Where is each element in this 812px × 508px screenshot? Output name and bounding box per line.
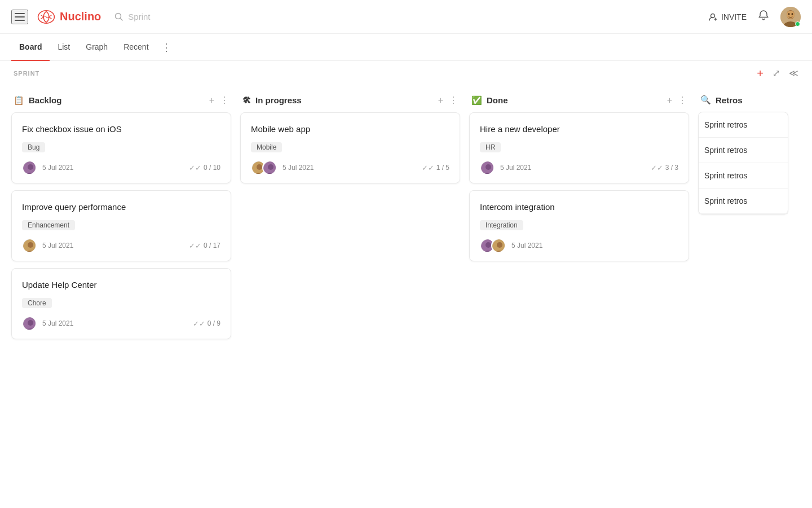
avatar xyxy=(22,238,37,253)
done-add-button[interactable]: + xyxy=(667,95,672,106)
sprint-actions: + ⤢ ≪ xyxy=(757,68,798,79)
card-title: Update Help Center xyxy=(22,279,220,291)
card-checklist: ✓✓ 0 / 9 xyxy=(193,319,220,328)
header: Nuclino Sprint INVITE xyxy=(0,0,812,34)
list-item[interactable]: Sprint retros xyxy=(699,163,788,189)
card-avatars xyxy=(22,238,33,253)
add-sprint-button[interactable]: + xyxy=(757,68,764,79)
card-tag: Bug xyxy=(22,142,45,152)
sprint-bar: SPRINT + ⤢ ≪ xyxy=(0,61,812,86)
tab-graph[interactable]: Graph xyxy=(78,34,116,61)
backlog-emoji: 📋 xyxy=(14,95,24,106)
card-date: 5 Jul 2021 xyxy=(283,164,314,172)
collapse-button[interactable]: ≪ xyxy=(789,69,798,78)
card-title: Hire a new developer xyxy=(480,123,678,135)
card-tag: Mobile xyxy=(251,142,282,152)
search-bar[interactable]: Sprint xyxy=(114,12,150,21)
card-tag: HR xyxy=(480,142,501,152)
card-update-help[interactable]: Update Help Center Chore 5 Jul 2021 ✓✓ 0… xyxy=(11,268,231,339)
card-fix-checkbox[interactable]: Fix checkbox issue on iOS Bug 5 Jul 2021… xyxy=(11,112,231,183)
card-avatars xyxy=(251,160,273,175)
bell-button[interactable] xyxy=(758,10,769,24)
card-checklist: ✓✓ 1 / 5 xyxy=(422,164,449,172)
svg-point-31 xyxy=(486,242,491,248)
header-right: INVITE xyxy=(709,7,801,27)
column-inprogress: 🛠 In progress + ⋮ Mobile web app Mobile xyxy=(240,86,460,506)
avatar xyxy=(262,160,277,175)
search-icon xyxy=(114,12,123,21)
inprogress-emoji: 🛠 xyxy=(242,95,251,105)
inprogress-title: In progress xyxy=(255,95,302,105)
svg-line-2 xyxy=(121,18,123,20)
card-checklist: ✓✓ 0 / 10 xyxy=(189,164,220,172)
retros-title: Retros xyxy=(716,95,743,105)
invite-label: INVITE xyxy=(721,12,747,21)
card-date: 5 Jul 2021 xyxy=(42,242,73,249)
card-title: Mobile web app xyxy=(251,123,449,135)
card-avatars xyxy=(480,160,491,175)
card-avatars xyxy=(22,316,33,331)
column-done-header: ✅ Done + ⋮ xyxy=(469,90,689,112)
more-tabs-button[interactable]: ⋮ xyxy=(157,34,176,61)
card-mobile-web[interactable]: Mobile web app Mobile 5 Jul 2021 ✓✓ xyxy=(240,112,460,183)
card-date: 5 Jul 2021 xyxy=(500,164,531,172)
svg-point-10 xyxy=(788,13,790,15)
avatar xyxy=(491,238,506,253)
logo[interactable]: Nuclino xyxy=(37,8,101,26)
tab-board[interactable]: Board xyxy=(11,34,50,61)
svg-point-16 xyxy=(28,242,33,248)
card-title: Intercom integration xyxy=(480,201,678,213)
svg-point-25 xyxy=(268,164,273,170)
card-title: Improve query performance xyxy=(22,201,220,213)
online-indicator xyxy=(795,21,800,27)
backlog-more-button[interactable]: ⋮ xyxy=(220,95,229,106)
svg-point-19 xyxy=(28,320,33,326)
column-backlog-header: 📋 Backlog + ⋮ xyxy=(11,90,231,112)
logo-text: Nuclino xyxy=(60,10,101,23)
avatar xyxy=(22,316,37,331)
svg-point-22 xyxy=(257,164,262,170)
done-title: Done xyxy=(487,95,508,105)
bell-icon xyxy=(758,10,769,21)
inprogress-add-button[interactable]: + xyxy=(438,95,443,106)
backlog-add-button[interactable]: + xyxy=(209,95,214,106)
tab-list[interactable]: List xyxy=(50,34,78,61)
card-date: 5 Jul 2021 xyxy=(511,242,542,249)
svg-point-28 xyxy=(486,164,491,170)
user-avatar[interactable] xyxy=(780,7,801,27)
sprint-label: SPRINT xyxy=(14,70,39,77)
column-done: ✅ Done + ⋮ Hire a new developer HR 5 J xyxy=(469,86,689,506)
invite-button[interactable]: INVITE xyxy=(709,12,747,21)
card-avatars xyxy=(480,238,502,253)
column-retros: 🔍 Retros Sprint retros Sprint retros Spr… xyxy=(698,86,788,506)
board-area: 📋 Backlog + ⋮ Fix checkbox issue on iOS … xyxy=(0,86,812,506)
card-tag: Integration xyxy=(480,220,523,230)
column-backlog: 📋 Backlog + ⋮ Fix checkbox issue on iOS … xyxy=(11,86,231,506)
list-item[interactable]: Sprint retros xyxy=(699,112,788,138)
list-item[interactable]: Sprint retros xyxy=(699,189,788,214)
card-checklist: ✓✓ 0 / 17 xyxy=(189,242,220,250)
tab-recent[interactable]: Recent xyxy=(116,34,156,61)
card-avatars xyxy=(22,160,33,175)
card-date: 5 Jul 2021 xyxy=(42,164,73,172)
card-title: Fix checkbox issue on iOS xyxy=(22,123,220,135)
retros-list: Sprint retros Sprint retros Sprint retro… xyxy=(698,112,788,214)
card-improve-query[interactable]: Improve query performance Enhancement 5 … xyxy=(11,190,231,261)
tabs-bar: Board List Graph Recent ⋮ xyxy=(0,34,812,61)
backlog-title: Backlog xyxy=(29,95,61,105)
card-intercom[interactable]: Intercom integration Integration 5 Jul 2… xyxy=(469,190,689,261)
done-more-button[interactable]: ⋮ xyxy=(678,95,687,106)
svg-point-34 xyxy=(497,242,502,248)
card-tag: Chore xyxy=(22,298,52,308)
retros-emoji: 🔍 xyxy=(700,95,711,105)
expand-button[interactable]: ⤢ xyxy=(773,69,780,78)
column-retros-header: 🔍 Retros xyxy=(698,90,788,112)
inprogress-more-button[interactable]: ⋮ xyxy=(449,95,458,106)
list-item[interactable]: Sprint retros xyxy=(699,138,788,163)
avatar xyxy=(480,160,495,175)
avatar xyxy=(22,160,37,175)
card-tag: Enhancement xyxy=(22,220,75,230)
brain-icon xyxy=(37,8,55,26)
card-hire-developer[interactable]: Hire a new developer HR 5 Jul 2021 ✓✓ 3 … xyxy=(469,112,689,183)
hamburger-button[interactable] xyxy=(11,10,28,24)
